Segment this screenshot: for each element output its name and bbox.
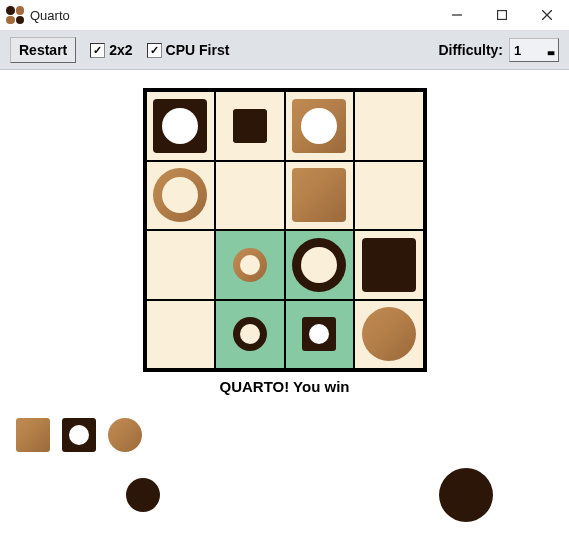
piece xyxy=(362,307,416,361)
difficulty-select[interactable]: 1 ▃ xyxy=(509,38,559,62)
board xyxy=(143,88,427,372)
piece-hole xyxy=(301,108,337,144)
window-title: Quarto xyxy=(30,8,70,23)
board-cell[interactable] xyxy=(285,161,355,231)
two-by-two-checkbox[interactable]: 2x2 xyxy=(90,42,132,58)
cpu-first-label: CPU First xyxy=(166,42,230,58)
two-by-two-label: 2x2 xyxy=(109,42,132,58)
board-cell[interactable] xyxy=(285,300,355,370)
board-cell[interactable] xyxy=(285,91,355,161)
piece[interactable] xyxy=(126,478,160,512)
piece xyxy=(362,238,416,292)
close-button[interactable] xyxy=(524,0,569,30)
restart-button[interactable]: Restart xyxy=(10,37,76,63)
piece-hole xyxy=(162,177,198,213)
piece-hole xyxy=(162,108,198,144)
piece-hole xyxy=(240,255,260,275)
board-cell[interactable] xyxy=(215,91,285,161)
cpu-first-checkbox[interactable]: CPU First xyxy=(147,42,230,58)
piece[interactable] xyxy=(16,418,50,452)
piece xyxy=(292,238,346,292)
toolbar: Restart 2x2 CPU First Difficulty: 1 ▃ xyxy=(0,31,569,70)
piece[interactable] xyxy=(439,468,493,522)
piece-pool xyxy=(0,395,569,525)
difficulty-label: Difficulty: xyxy=(438,42,503,58)
piece xyxy=(153,168,207,222)
board-cell[interactable] xyxy=(354,91,424,161)
piece xyxy=(233,248,267,282)
piece-hole xyxy=(240,324,260,344)
game-area: QUARTO! You win xyxy=(0,70,569,525)
piece xyxy=(233,109,267,143)
board-cell[interactable] xyxy=(354,230,424,300)
piece-hole xyxy=(69,425,89,445)
piece-hole xyxy=(301,247,337,283)
checkbox-icon xyxy=(90,43,105,58)
piece xyxy=(292,99,346,153)
status-text: QUARTO! You win xyxy=(220,378,350,395)
board-cell[interactable] xyxy=(215,230,285,300)
piece[interactable] xyxy=(108,418,142,452)
piece xyxy=(153,99,207,153)
svg-rect-0 xyxy=(497,11,506,20)
checkbox-icon xyxy=(147,43,162,58)
pool-row xyxy=(16,465,553,525)
title-bar: Quarto xyxy=(0,0,569,31)
board-cell[interactable] xyxy=(215,161,285,231)
board-cell[interactable] xyxy=(146,230,216,300)
piece xyxy=(233,317,267,351)
board-cell[interactable] xyxy=(354,300,424,370)
board-cell[interactable] xyxy=(146,300,216,370)
board-cell[interactable] xyxy=(146,91,216,161)
board-cell[interactable] xyxy=(285,230,355,300)
minimize-button[interactable] xyxy=(434,0,479,30)
piece xyxy=(302,317,336,351)
difficulty-value: 1 xyxy=(514,43,521,58)
maximize-button[interactable] xyxy=(479,0,524,30)
dropdown-icon: ▃ xyxy=(548,46,554,55)
board-cell[interactable] xyxy=(146,161,216,231)
piece[interactable] xyxy=(62,418,96,452)
pool-row xyxy=(16,405,553,465)
app-icon xyxy=(6,6,24,24)
piece-hole xyxy=(309,324,329,344)
piece xyxy=(292,168,346,222)
board-cell[interactable] xyxy=(354,161,424,231)
board-cell[interactable] xyxy=(215,300,285,370)
window-controls xyxy=(434,0,569,30)
